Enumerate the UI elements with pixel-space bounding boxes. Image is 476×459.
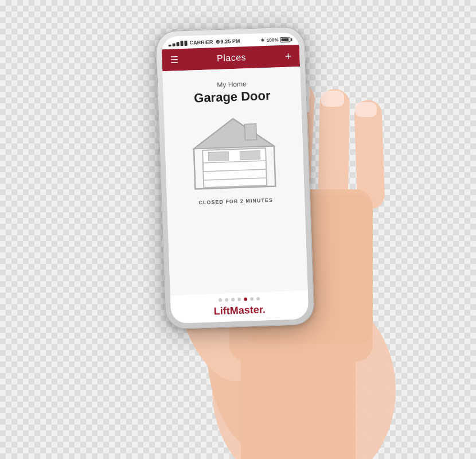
signal-dot-4 — [180, 41, 183, 46]
status-left: CARRIER ⊛ — [168, 39, 220, 46]
signal-dot-3 — [176, 42, 179, 46]
scene: CARRIER ⊛ 9:25 PM ∗ 100% — [0, 0, 476, 459]
battery-icon — [280, 37, 292, 42]
svg-rect-24 — [245, 124, 257, 141]
signal-dot-1 — [169, 44, 171, 46]
bluetooth-icon: ∗ — [260, 37, 265, 43]
carrier-label: CARRIER — [189, 39, 213, 45]
svg-rect-20 — [240, 150, 260, 160]
time-display: 9:25 PM — [220, 38, 240, 45]
svg-rect-19 — [208, 151, 229, 161]
dot-2 — [225, 298, 228, 302]
dot-7 — [256, 297, 260, 301]
dot-6 — [250, 297, 253, 301]
brand-suffix: . — [262, 304, 266, 315]
brand-name: LiftMaster — [214, 304, 263, 317]
battery-tip — [291, 38, 292, 41]
add-place-button[interactable]: + — [284, 50, 291, 61]
garage-illustration[interactable] — [190, 114, 278, 192]
app-content: My Home Garage Door — [162, 67, 307, 295]
brand-logo: LiftMaster. — [214, 304, 266, 317]
phone-frame: CARRIER ⊛ 9:25 PM ∗ 100% — [155, 26, 315, 330]
app-footer: LiftMaster. — [170, 291, 309, 324]
device-name: Garage Door — [194, 88, 271, 106]
signal-dot-5 — [184, 40, 187, 45]
phone-screen: CARRIER ⊛ 9:25 PM ∗ 100% — [161, 32, 309, 324]
status-right: ∗ 100% — [260, 36, 292, 43]
door-status: CLOSED FOR 2 MINUTES — [198, 197, 273, 206]
pagination-dots — [219, 297, 260, 302]
dot-4 — [237, 298, 241, 301]
dot-5-active — [244, 297, 247, 301]
signal-dot-2 — [173, 43, 175, 46]
nav-title: Places — [217, 52, 247, 64]
dot-1 — [219, 298, 222, 302]
battery-percent: 100% — [267, 37, 279, 43]
battery-body — [280, 37, 290, 42]
menu-button[interactable]: ☰ — [170, 55, 178, 64]
dot-3 — [231, 298, 235, 301]
location-label: My Home — [217, 80, 247, 89]
svg-marker-17 — [193, 118, 274, 149]
wifi-icon: ⊛ — [215, 39, 220, 45]
svg-rect-14 — [241, 344, 356, 459]
signal-strength — [168, 40, 187, 46]
svg-rect-12 — [355, 102, 377, 117]
phone: CARRIER ⊛ 9:25 PM ∗ 100% — [155, 26, 315, 330]
svg-rect-11 — [321, 91, 344, 107]
battery-fill — [281, 38, 288, 41]
